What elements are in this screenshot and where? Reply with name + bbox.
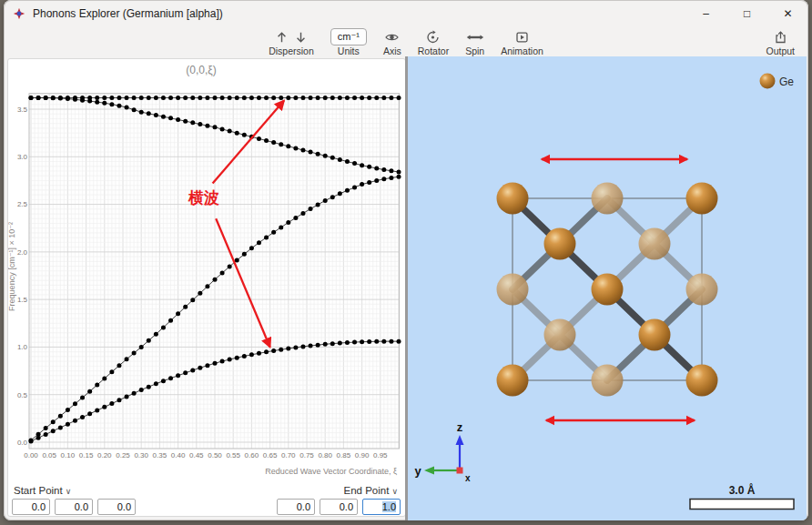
start-point-input-0[interactable]: 0.0 bbox=[12, 499, 50, 515]
start-point-label[interactable]: Start Point∨ bbox=[14, 485, 71, 496]
svg-text:0.05: 0.05 bbox=[42, 451, 56, 459]
svg-text:0.35: 0.35 bbox=[153, 451, 167, 459]
maximize-button[interactable]: □ bbox=[726, 0, 767, 27]
svg-text:横波: 横波 bbox=[188, 189, 219, 207]
units-label: Units bbox=[338, 45, 360, 56]
svg-text:0.65: 0.65 bbox=[263, 451, 278, 459]
end-point-input-1[interactable]: 0.0 bbox=[320, 499, 358, 515]
svg-text:0.20: 0.20 bbox=[97, 451, 112, 459]
output-group: Output bbox=[757, 27, 803, 56]
svg-text:0.70: 0.70 bbox=[281, 451, 296, 459]
end-point-chevron: ∨ bbox=[391, 487, 398, 496]
svg-text:3.0: 3.0 bbox=[17, 153, 28, 161]
structure-viewport[interactable]: Ge 3.0 Å z y x bbox=[408, 56, 807, 520]
end-point-input-0[interactable]: 0.0 bbox=[277, 499, 315, 515]
window-title: Phonons Explorer (Germanium [alpha]) bbox=[33, 7, 223, 20]
svg-text:0.15: 0.15 bbox=[79, 451, 94, 459]
start-point-chevron: ∨ bbox=[66, 487, 72, 496]
svg-text:0.60: 0.60 bbox=[245, 451, 259, 459]
end-point-input-2[interactable]: 1.0 bbox=[362, 499, 401, 515]
spin-label: Spin bbox=[465, 45, 484, 56]
play-icon[interactable] bbox=[514, 30, 530, 45]
dispersion-up-button[interactable] bbox=[275, 30, 289, 45]
dispersion-down-button[interactable] bbox=[294, 30, 308, 45]
structure-scene: Ge 3.0 Å z y x bbox=[408, 56, 807, 520]
svg-text:0.40: 0.40 bbox=[171, 451, 186, 459]
legend-atom-icon bbox=[760, 74, 776, 89]
axis-label: Axis bbox=[383, 45, 401, 56]
svg-text:0.50: 0.50 bbox=[208, 451, 222, 459]
x-axis-label: Reduced Wave Vector Coordinate, ξ bbox=[265, 467, 397, 476]
svg-text:0.5: 0.5 bbox=[17, 391, 28, 399]
axis-triad bbox=[424, 435, 464, 475]
svg-text:0.95: 0.95 bbox=[373, 451, 388, 459]
start-point-input-2[interactable]: 0.0 bbox=[97, 499, 136, 515]
svg-text:0.80: 0.80 bbox=[318, 451, 332, 459]
svg-text:0.25: 0.25 bbox=[116, 451, 130, 459]
svg-text:2.5: 2.5 bbox=[17, 200, 28, 208]
animation-label: Animation bbox=[501, 45, 543, 56]
svg-text:0.45: 0.45 bbox=[189, 451, 204, 459]
svg-text:3.5: 3.5 bbox=[17, 106, 28, 114]
dispersion-label: Dispersion bbox=[269, 45, 314, 56]
svg-text:0.30: 0.30 bbox=[134, 451, 148, 459]
app-icon bbox=[13, 7, 25, 20]
spin-icon[interactable] bbox=[466, 30, 484, 45]
end-point-label[interactable]: End Point∨ bbox=[344, 485, 398, 496]
svg-text:2.0: 2.0 bbox=[17, 248, 28, 257]
minimize-button[interactable]: – bbox=[685, 0, 726, 27]
rotator-icon[interactable] bbox=[425, 30, 441, 45]
output-label: Output bbox=[766, 45, 795, 56]
dispersion-group: Dispersion bbox=[260, 27, 322, 56]
svg-text:1.5: 1.5 bbox=[17, 296, 28, 304]
output-icon[interactable] bbox=[773, 30, 788, 45]
start-point-input-1[interactable]: 0.0 bbox=[55, 499, 93, 515]
svg-text:0.10: 0.10 bbox=[61, 451, 76, 459]
svg-text:0.90: 0.90 bbox=[355, 451, 370, 459]
dispersion-panel: (0,0,ξ) 0.000.050.100.150.200.250.300.35… bbox=[7, 58, 406, 517]
legend-element-symbol: Ge bbox=[779, 76, 794, 88]
titlebar: Phonons Explorer (Germanium [alpha]) – □… bbox=[4, 0, 808, 27]
animation-group: Animation bbox=[492, 27, 552, 56]
axis-group: Axis bbox=[375, 27, 410, 56]
rotator-group: Rotator bbox=[410, 27, 457, 56]
close-button[interactable]: ✕ bbox=[767, 0, 808, 27]
scale-bar bbox=[690, 500, 794, 510]
svg-text:0.75: 0.75 bbox=[299, 451, 314, 459]
y-axis-label: Frequency [cm⁻¹] × 10⁻² bbox=[8, 222, 16, 311]
svg-text:0.0: 0.0 bbox=[17, 439, 28, 447]
axis-y-label: y bbox=[414, 464, 421, 478]
svg-text:0.85: 0.85 bbox=[337, 451, 351, 459]
svg-text:0.00: 0.00 bbox=[24, 451, 38, 459]
units-button[interactable]: cm⁻¹ bbox=[330, 28, 367, 45]
chart-title: (0,0,ξ) bbox=[186, 64, 216, 76]
app-window: Phonons Explorer (Germanium [alpha]) – □… bbox=[4, 0, 808, 520]
svg-text:0.55: 0.55 bbox=[226, 451, 240, 459]
svg-text:1.0: 1.0 bbox=[17, 343, 28, 351]
toolbar: Dispersion cm⁻¹ Units Axis Rotator bbox=[4, 27, 808, 56]
units-group: cm⁻¹ Units bbox=[322, 27, 375, 56]
dispersion-chart: (0,0,ξ) 0.000.050.100.150.200.250.300.35… bbox=[8, 59, 405, 480]
spin-group: Spin bbox=[457, 27, 492, 56]
rotator-label: Rotator bbox=[418, 45, 449, 56]
axis-x-label: x bbox=[465, 473, 471, 483]
scale-bar-label: 3.0 Å bbox=[729, 483, 756, 497]
axis-z-label: z bbox=[457, 420, 463, 434]
eye-icon[interactable] bbox=[384, 30, 400, 45]
